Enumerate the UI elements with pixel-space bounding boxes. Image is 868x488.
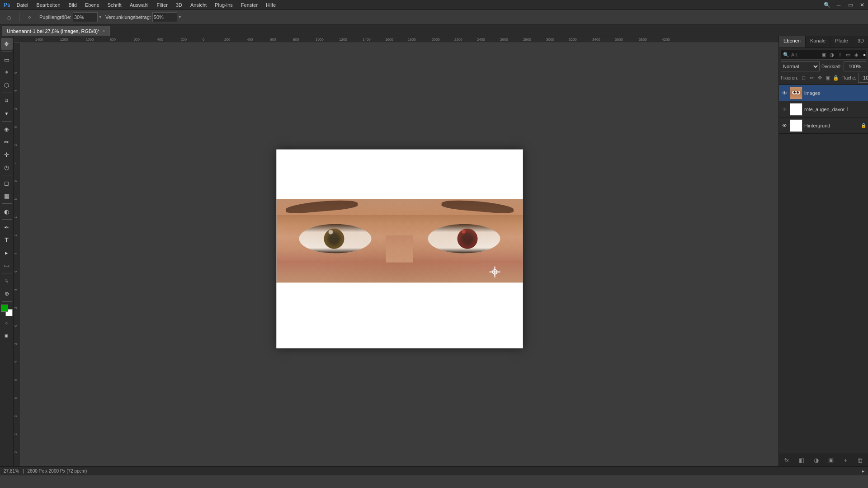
tool-separator-6	[2, 219, 12, 220]
pupil-size-input[interactable]	[73, 12, 98, 22]
clone-tool[interactable]: ✛	[1, 149, 13, 160]
gradient-tool[interactable]: ▦	[1, 190, 13, 202]
screen-mode-button[interactable]: ▣	[1, 330, 13, 342]
darken-input[interactable]	[152, 12, 177, 22]
layer-visibility-hintergrund[interactable]: 👁	[781, 122, 788, 129]
svg-text:200: 200	[224, 38, 231, 42]
document-canvas	[276, 149, 523, 348]
iris-right	[457, 228, 477, 249]
foreground-color[interactable]	[1, 305, 8, 312]
menu-item-filter[interactable]: Filter	[153, 1, 171, 9]
svg-text:3800: 3800	[639, 38, 647, 42]
lock-paint-btn[interactable]: ✏	[808, 75, 815, 81]
menu-item-schrift[interactable]: Schrift	[104, 1, 125, 9]
layer-visibility-rote-augen[interactable]: 👁	[781, 106, 788, 113]
canvas-white-top	[276, 149, 523, 199]
lock-fill-row: Fixieren: ◻ ✏ ✥ ▣ 🔒 Fläche: 100%	[781, 73, 866, 83]
menu-item-fenster[interactable]: Fenster	[237, 1, 261, 9]
healing-tool[interactable]: ⊕	[1, 123, 13, 135]
text-tool[interactable]: T	[1, 234, 13, 246]
pen-tool[interactable]: ✒	[1, 221, 13, 233]
filter-smart-btn[interactable]: ◈	[853, 51, 860, 58]
canvas-area[interactable]	[20, 43, 778, 466]
svg-text:2600: 2600	[500, 38, 508, 42]
filter-pixel-btn[interactable]: ▣	[820, 51, 827, 58]
menu-item-ebene[interactable]: Ebene	[81, 1, 103, 9]
svg-text:1000: 1000	[316, 38, 324, 42]
layer-item-rote-augen[interactable]: 👁 rote_augen_davor-1	[779, 101, 868, 117]
fill-input[interactable]: 100%	[858, 73, 868, 83]
tab-close-button[interactable]: ×	[102, 28, 105, 33]
brush-tool[interactable]: ✏	[1, 136, 13, 148]
canvas-white-bottom	[276, 282, 523, 348]
crop-tool[interactable]: ⌗	[1, 95, 13, 107]
delete-layer-button[interactable]: 🗑	[855, 455, 865, 465]
tool-separator-2	[2, 93, 12, 93]
menu-item-ansicht[interactable]: Ansicht	[187, 1, 210, 9]
add-mask-button[interactable]: ◧	[797, 455, 807, 465]
marquee-tool[interactable]: ▭	[1, 54, 13, 66]
lock-icons: ◻ ✏ ✥ ▣ 🔒	[800, 75, 840, 81]
move-tool[interactable]: ✥	[1, 38, 13, 50]
cursor-circle	[492, 269, 497, 274]
hand-tool[interactable]: ☟	[1, 275, 13, 287]
new-layer-button[interactable]: +	[840, 455, 850, 465]
eye-white-right	[428, 224, 500, 253]
layer-visibility-images[interactable]: 👁	[781, 89, 788, 97]
tab-3d[interactable]: 3D	[853, 36, 868, 47]
eraser-tool[interactable]: ◻	[1, 177, 13, 189]
opacity-input[interactable]: 100%	[844, 61, 866, 71]
lock-transparent-btn[interactable]: ◻	[800, 75, 807, 81]
zoom-tool[interactable]: ⊕	[1, 288, 13, 300]
burn-tool[interactable]: ◐	[1, 206, 13, 217]
maximize-button[interactable]: ▭	[844, 0, 856, 10]
close-button[interactable]: ✕	[856, 0, 868, 10]
svg-text:0: 0	[14, 451, 17, 453]
quick-select-tool[interactable]: ⬡	[1, 79, 13, 91]
home-button[interactable]: ⌂	[3, 12, 15, 23]
lock-artboard-btn[interactable]: ▣	[824, 75, 831, 81]
pupil-size-dropdown-icon[interactable]: ▾	[99, 14, 102, 20]
filter-shape-btn[interactable]: ▭	[844, 51, 852, 58]
layer-item-images[interactable]: 👁 images	[779, 85, 868, 101]
layer-filter-input[interactable]	[791, 52, 818, 57]
add-group-button[interactable]: ▣	[826, 455, 836, 465]
filter-toggle-btn[interactable]: ●	[861, 51, 868, 58]
quick-mask-button[interactable]: ○	[1, 317, 13, 329]
menu-item-bearbeiten[interactable]: Bearbeiten	[33, 1, 64, 9]
color-picker[interactable]	[1, 305, 13, 316]
tab-pfade[interactable]: Pfade	[830, 36, 853, 47]
menu-item-hilfe[interactable]: Hilfe	[262, 1, 279, 9]
darken-dropdown-icon[interactable]: ▾	[179, 14, 181, 20]
menu-item-3d[interactable]: 3D	[172, 1, 186, 9]
path-select-tool[interactable]: ▸	[1, 247, 13, 258]
eyedropper-tool[interactable]: ▼	[1, 108, 13, 119]
iris-left	[324, 228, 344, 249]
lasso-tool[interactable]: ⌖	[1, 66, 13, 78]
minimize-button[interactable]: ─	[833, 0, 844, 10]
svg-text:6: 6	[14, 271, 17, 272]
shape-tool[interactable]: ▭	[1, 259, 13, 271]
blend-mode-select[interactable]: Normal	[781, 61, 820, 71]
add-fx-button[interactable]: fx	[782, 455, 792, 465]
menu-item-bild[interactable]: Bild	[65, 1, 80, 9]
svg-text:0: 0	[14, 325, 17, 327]
document-tab[interactable]: Unbenannt-1 bei 27,8% (Images, RGB/8)* ×	[2, 26, 110, 36]
add-adjustment-button[interactable]: ◑	[811, 455, 821, 465]
menu-item-auswahl[interactable]: Auswahl	[126, 1, 152, 9]
filter-adjustment-btn[interactable]: ◑	[828, 51, 835, 58]
search-button[interactable]: 🔍	[821, 0, 833, 10]
tab-ebenen[interactable]: Ebenen	[779, 36, 806, 47]
svg-text:0: 0	[14, 126, 17, 128]
menu-item-datei[interactable]: Datei	[13, 1, 32, 9]
layer-item-hintergrund[interactable]: 👁 Hintergrund 🔒	[779, 117, 868, 134]
lock-all-btn[interactable]: 🔒	[832, 75, 840, 81]
menu-item-plugins[interactable]: Plug-ins	[211, 1, 236, 9]
brush-mode-button[interactable]: ○	[23, 12, 36, 23]
fill-label: Fläche:	[841, 75, 856, 80]
tab-kanaele[interactable]: Kanäle	[806, 36, 830, 47]
history-brush-tool[interactable]: ◷	[1, 161, 13, 173]
lock-move-btn[interactable]: ✥	[816, 75, 823, 81]
window-controls: 🔍 ─ ▭ ✕	[821, 0, 868, 10]
filter-type-btn[interactable]: T	[836, 51, 844, 58]
